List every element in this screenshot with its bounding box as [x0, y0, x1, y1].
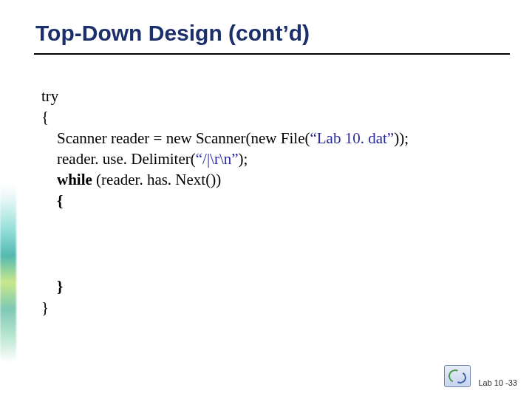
code-text: (reader. has. Next()) — [92, 171, 221, 188]
logo-icon — [444, 365, 471, 387]
page-number: Lab 10 -33 — [478, 378, 517, 387]
code-text: )); — [394, 129, 409, 147]
code-line-open-brace: { — [41, 106, 502, 127]
code-line-close-brace: } — [41, 297, 502, 318]
code-text: Scanner reader = new Scanner(new File( — [41, 129, 310, 147]
code-text: reader. use. Delimiter( — [41, 150, 196, 168]
slide: Top-Down Design (cont’d) try { Scanner r… — [0, 0, 532, 399]
code-text: ); — [239, 150, 248, 168]
code-text: { — [41, 192, 63, 210]
keyword-while: while — [41, 171, 92, 188]
footer: Lab 10 -33 — [444, 365, 517, 387]
code-blank-space — [41, 211, 502, 276]
code-text: { — [41, 108, 49, 126]
code-text: try — [41, 87, 58, 105]
string-literal: “/|\r\n” — [196, 150, 239, 168]
title-underline — [34, 53, 510, 55]
string-literal: “Lab 10. dat” — [310, 129, 394, 147]
code-line-delimiter: reader. use. Delimiter(“/|\r\n”); — [41, 149, 502, 169]
code-line-inner-open: { — [41, 191, 502, 211]
slide-title: Top-Down Design (cont’d) — [35, 21, 502, 46]
code-text: } — [41, 278, 63, 296]
code-line-while: while (reader. has. Next()) — [41, 169, 502, 190]
code-line-inner-close: } — [41, 276, 502, 297]
decorative-sidebar — [0, 185, 16, 362]
code-text: } — [41, 299, 49, 316]
code-line-try: try — [41, 86, 502, 106]
code-line-scanner: Scanner reader = new Scanner(new File(“L… — [41, 128, 502, 149]
code-block: try { Scanner reader = new Scanner(new F… — [41, 86, 502, 318]
